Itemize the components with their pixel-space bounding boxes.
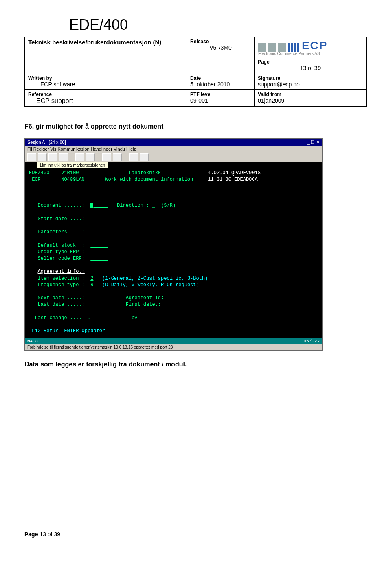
toolbar-button[interactable]	[38, 153, 47, 161]
ordertype-label: Order type ERP :	[38, 249, 85, 255]
ptf-value: 09-001	[190, 97, 208, 104]
connection-status: Forbindelse til fjerntliggende tjener/ve…	[25, 344, 322, 350]
seller-input[interactable]	[90, 256, 108, 261]
itemselection-desc: (1-General, 2-Cust specific, 3-Both)	[102, 276, 208, 281]
itemselection-label: Item selection :	[38, 276, 85, 281]
frequence-label: Frequence type :	[38, 282, 85, 288]
toolbar-button[interactable]	[27, 153, 36, 161]
valid-label: Valid from	[258, 92, 281, 97]
release-label: Release	[190, 39, 251, 44]
product-title: EDE/400	[69, 16, 367, 33]
window-titlebar[interactable]: Sesjon A - [24 x 80] _ ☐ ✕	[25, 139, 322, 146]
writtenby-label: Written by	[28, 75, 52, 81]
lastchange-label: Last change .......:	[35, 315, 93, 321]
signature-label: Signature	[258, 75, 280, 81]
terminal-screen[interactable]: EDE/400 V1R1M0 Landteknikk 4.02.04 QPADE…	[25, 168, 322, 339]
window-title: Sesjon A - [24 x 80]	[27, 140, 66, 145]
doc-header-table: Teknisk beskrivelse/brukerdokumentasjon …	[24, 37, 367, 107]
toolbar-button[interactable]	[113, 153, 122, 161]
reference-label: Reference	[28, 92, 52, 97]
toolbar-button[interactable]	[140, 153, 149, 161]
writtenby-value: ECP software	[40, 81, 75, 88]
toolbar[interactable]	[25, 152, 322, 162]
startdate-input[interactable]	[90, 216, 120, 222]
firstdate-label: First date.:	[126, 302, 161, 307]
status-bar: MA a 05/022	[25, 338, 322, 344]
logo-subtitle: Electronic Commerce Partners AS	[258, 51, 363, 56]
ptf-label: PTF level	[190, 92, 212, 97]
frequence-input[interactable]: R	[90, 282, 93, 288]
screen-line: EDE/400 V1R1M0 Landteknikk	[29, 170, 161, 176]
toolbar-button[interactable]	[75, 153, 84, 161]
logo: ECP Electronic Commerce Partners AS	[255, 37, 367, 57]
menu-bar[interactable]: Fil Rediger Vis Kommunikasjon Handlinger…	[25, 146, 322, 152]
signature-value: support@ecp.no	[258, 81, 300, 88]
screen-line: 11.31.30 EDEADOCA	[208, 177, 257, 182]
status-left: MA a	[27, 339, 38, 344]
defaultstock-input[interactable]	[90, 243, 108, 248]
logo-text: ECP	[302, 39, 328, 52]
ordertype-input[interactable]	[90, 249, 108, 255]
defaultstock-label: Default stock :	[38, 243, 85, 248]
document-label: Document ......:	[38, 203, 85, 208]
footer-label: Page	[24, 531, 38, 538]
document-input[interactable]	[93, 203, 108, 208]
page-value: 13 of 39	[258, 65, 363, 71]
date-label: Date	[190, 75, 201, 81]
by-label: by	[132, 315, 137, 321]
valid-value: 01jan2009	[258, 97, 284, 104]
footer-value: 13 of 39	[40, 531, 60, 538]
release-value: V5R3M0	[190, 44, 251, 51]
nextdate-input[interactable]	[90, 295, 120, 301]
parameters-label: Parameters ....:	[38, 229, 85, 235]
seller-label: Seller code ERP:	[38, 256, 85, 261]
lastdate-label: Last date .....:	[38, 302, 85, 307]
status-right: 05/022	[303, 339, 320, 344]
date-value: 5. oktober 2010	[190, 81, 230, 88]
frequence-desc: (D-Daily, W-Weekly, R-On request)	[102, 282, 199, 288]
toolbar-button[interactable]	[102, 153, 111, 161]
itemselection-input[interactable]: 2	[90, 276, 93, 281]
agreement-header: Agreement info.:	[38, 269, 85, 274]
parameters-input[interactable]	[90, 229, 225, 235]
startdate-label: Start date ....:	[38, 216, 85, 222]
function-keys: F12=Retur ENTER=Oppdater	[32, 328, 105, 334]
screen-line: ECP NO409LAN Work with document informat…	[32, 177, 193, 182]
tooltip: Lim inn utklipp fra markerposisjonen	[37, 162, 108, 168]
page-label: Page	[258, 59, 363, 65]
doc-subtitle: Teknisk beskrivelse/brukerdokumentasjon …	[28, 39, 183, 46]
terminal-window: Sesjon A - [24 x 80] _ ☐ ✕ Fil Rediger V…	[24, 138, 323, 351]
direction-label: Direction : _ (S/R)	[117, 203, 176, 208]
screen-line: 4.02.04 QPADEV001S	[208, 170, 261, 176]
toolbar-button[interactable]	[59, 153, 68, 161]
window-controls[interactable]: _ ☐ ✕	[307, 140, 320, 145]
toolbar-button[interactable]	[48, 153, 57, 161]
body-text: Data som legges er forskjellig fra dokum…	[24, 361, 367, 368]
nextdate-label: Next date .....:	[38, 295, 85, 301]
toolbar-button[interactable]	[86, 153, 95, 161]
section-heading: F6, gir mulighet for å opprette nytt dok…	[24, 123, 367, 130]
toolbar-button[interactable]	[129, 153, 138, 161]
screen-divider: ----------------------------------------…	[32, 183, 264, 189]
agreementid-label: Agreement id:	[126, 295, 164, 301]
page-footer: Page 13 of 39	[24, 531, 367, 538]
reference-value: ECP support	[36, 97, 73, 104]
